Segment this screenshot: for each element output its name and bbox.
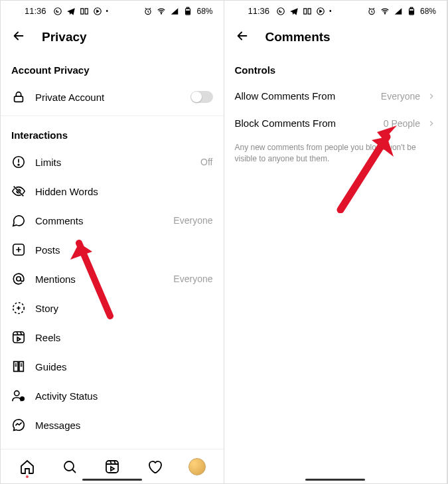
row-block-comments[interactable]: Block Comments From 0 People [224,110,447,137]
nav-reels[interactable] [104,458,121,475]
svg-point-22 [384,13,385,13]
chevron-right-icon [427,119,436,128]
comment-icon [11,213,26,228]
whatsapp-icon [276,7,285,16]
book-icon [303,7,312,16]
toggle-private-account[interactable] [190,91,213,103]
svg-rect-24 [410,7,413,9]
svg-point-15 [15,391,19,396]
signal-icon [394,7,403,16]
svg-point-19 [277,7,285,15]
page-title: Privacy [42,30,87,44]
nav-search[interactable] [61,458,78,475]
battery-percent: 68% [420,7,436,16]
messenger-icon [11,418,26,432]
alarm-icon [367,7,376,16]
status-bar: 11:36 • 68% [224,1,447,19]
svg-point-3 [161,13,162,13]
reels-icon [11,330,26,345]
svg-point-17 [64,461,74,471]
row-guides[interactable]: Guides [1,352,224,381]
story-icon [11,301,26,315]
helper-text: Any new comments from people you block w… [224,137,447,170]
lock-icon [11,90,26,104]
row-comments[interactable]: Comments Everyone [1,206,224,235]
activity-icon [11,388,26,403]
row-allow-comments[interactable]: Allow Comments From Everyone [224,82,447,110]
phone-privacy-screen: 11:36 • 68% Privacy Account Privacy Priv… [1,1,224,483]
chevron-right-icon [427,92,436,101]
row-label: Private Account [35,92,181,103]
section-controls: Controls [224,55,447,82]
row-limits[interactable]: Limits Off [1,147,224,177]
battery-icon [183,7,192,16]
svg-point-9 [18,164,19,165]
row-mentions[interactable]: Mentions Everyone [1,264,224,293]
alarm-icon [143,7,153,16]
battery-percent: 68% [196,7,212,16]
svg-rect-14 [13,332,25,343]
phone-comments-screen: 11:36 • 68% Comments Controls Allow Comm… [224,1,448,483]
row-reels[interactable]: Reels [1,323,224,352]
home-indicator [305,479,365,481]
circle-play-icon [93,7,102,16]
dot-icon: • [329,7,332,15]
status-time: 11:36 [248,6,270,16]
wifi-icon [380,7,390,16]
warning-circle-icon [11,155,26,169]
svg-point-0 [54,7,61,15]
header: Privacy [1,19,224,55]
book-icon [80,7,89,16]
status-bar: 11:36 • 68% [1,1,224,19]
back-button[interactable] [11,29,26,46]
home-indicator [82,479,142,481]
nav-home[interactable] [19,458,36,475]
telegram-icon [289,7,299,16]
wifi-icon [157,7,166,16]
svg-point-12 [17,277,21,281]
svg-point-16 [21,397,25,401]
nav-home-dot [26,475,29,478]
row-hidden-words[interactable]: Hidden Words [1,177,224,206]
guides-icon [11,359,26,374]
section-interactions: Interactions [1,120,224,147]
svg-rect-7 [15,96,23,102]
dot-icon: • [106,7,109,15]
header: Comments [224,19,447,55]
svg-rect-6 [187,11,190,14]
row-story[interactable]: Story [1,293,224,323]
row-private-account[interactable]: Private Account [1,82,224,112]
row-posts[interactable]: Posts [1,235,224,264]
telegram-icon [66,7,76,16]
nav-profile[interactable] [188,458,206,475]
divider [1,116,224,116]
svg-rect-25 [410,11,413,14]
section-account-privacy: Account Privacy [1,55,224,82]
eye-off-icon [11,184,26,199]
status-time: 11:36 [25,6,46,16]
nav-activity[interactable] [146,458,163,475]
svg-rect-18 [106,461,118,473]
svg-rect-5 [187,7,190,9]
battery-icon [407,7,416,16]
back-button[interactable] [235,29,250,46]
circle-play-icon [316,7,325,16]
plus-square-icon [11,242,26,257]
at-icon [11,272,26,286]
row-messages[interactable]: Messages [1,410,224,440]
page-title: Comments [265,30,331,44]
whatsapp-icon [53,7,62,16]
row-activity-status[interactable]: Activity Status [1,381,224,410]
signal-icon [170,7,179,16]
avatar [188,458,206,475]
